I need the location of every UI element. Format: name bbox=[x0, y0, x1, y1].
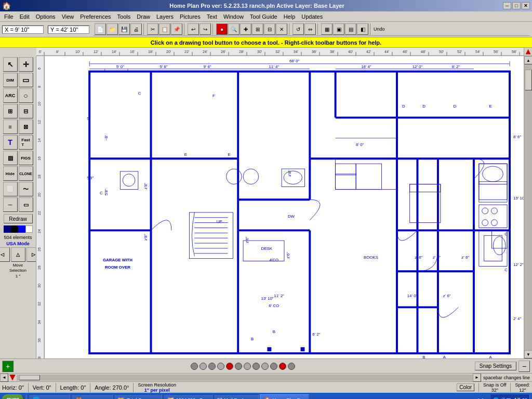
mirror-button[interactable]: ⇔ bbox=[304, 23, 316, 35]
new-button[interactable]: 📄 bbox=[95, 23, 106, 35]
layer-dot-1[interactable] bbox=[191, 363, 198, 370]
menu-tools[interactable]: Tools bbox=[114, 12, 134, 21]
hatch-tool[interactable]: ▨ bbox=[3, 151, 18, 165]
scroll-track-h[interactable] bbox=[17, 375, 473, 381]
menu-toolguide[interactable]: Tool Guide bbox=[247, 12, 281, 21]
menu-pictures[interactable]: Pictures bbox=[177, 12, 204, 21]
layer-dot-12[interactable] bbox=[288, 363, 295, 370]
paste-button[interactable]: 📌 bbox=[171, 23, 182, 35]
add-layer-button[interactable]: + bbox=[2, 361, 14, 372]
symbol-tool[interactable]: FIGS bbox=[19, 151, 33, 165]
layer-dot-5[interactable] bbox=[226, 363, 233, 370]
color-blue[interactable] bbox=[18, 225, 25, 233]
taskbar-totalcmd[interactable]: 📂 Total Comma... bbox=[114, 394, 162, 399]
rotate-button[interactable]: ↺ bbox=[292, 23, 304, 35]
open-button[interactable]: 📁 bbox=[107, 23, 118, 35]
color-white[interactable] bbox=[25, 225, 33, 233]
scroll-thumb-h[interactable] bbox=[19, 375, 40, 380]
cross-tool[interactable]: ✛ bbox=[19, 57, 33, 72]
select-button[interactable]: ⊞ bbox=[252, 23, 263, 35]
color-navy[interactable] bbox=[4, 225, 11, 233]
redraw-button[interactable]: Redraw bbox=[4, 214, 33, 223]
remove-layer-button[interactable]: − bbox=[518, 361, 530, 372]
cut-button[interactable]: ✂ bbox=[147, 23, 158, 35]
layer-dot-9[interactable] bbox=[261, 363, 269, 370]
hide-tool[interactable]: Hide bbox=[3, 166, 18, 181]
move-button[interactable]: ⊟ bbox=[264, 23, 275, 35]
move-left[interactable]: ◁ bbox=[0, 247, 10, 262]
window-tool[interactable]: ⊠ bbox=[19, 119, 33, 134]
tb2[interactable]: ▣ bbox=[333, 23, 344, 35]
undo-button[interactable]: ↩ bbox=[188, 23, 199, 35]
tb3[interactable]: ▤ bbox=[345, 23, 356, 35]
layer-dot-3[interactable] bbox=[208, 363, 216, 370]
layer-dot-10[interactable] bbox=[270, 363, 277, 370]
minimize-button[interactable]: ─ bbox=[503, 2, 511, 9]
print-button[interactable]: 🖨 bbox=[130, 23, 142, 35]
color-button[interactable]: Color bbox=[457, 383, 474, 391]
layer-dot-11[interactable] bbox=[279, 363, 286, 370]
pan-button[interactable]: ✚ bbox=[240, 23, 251, 35]
text-tool[interactable]: T bbox=[3, 135, 18, 150]
circle-tool[interactable]: ○ bbox=[19, 88, 33, 103]
menu-view[interactable]: View bbox=[59, 12, 77, 21]
scroll-track-v[interactable] bbox=[524, 64, 532, 350]
door-tool[interactable]: ⊟ bbox=[19, 104, 33, 118]
menu-options[interactable]: Options bbox=[33, 12, 59, 21]
zoom-in-button[interactable]: ● bbox=[216, 23, 228, 35]
menu-text[interactable]: Text bbox=[204, 12, 220, 21]
start-button[interactable]: пуск bbox=[2, 394, 24, 399]
line-tool[interactable]: ─ bbox=[3, 197, 18, 212]
clone-tool[interactable]: CLONE bbox=[19, 166, 33, 181]
v-scrollbar[interactable]: ▲ ▼ bbox=[524, 56, 532, 358]
dim-tool[interactable]: DIM bbox=[3, 73, 18, 87]
color-black[interactable] bbox=[11, 225, 18, 233]
rect-tool[interactable]: ▭ bbox=[19, 73, 33, 87]
taskbar-firefox[interactable]: 🦊 bbox=[71, 394, 113, 399]
menu-help[interactable]: Help bbox=[281, 12, 299, 21]
scroll-thumb-v[interactable] bbox=[525, 70, 532, 90]
close-button[interactable]: ✕ bbox=[522, 2, 530, 9]
maximize-button[interactable]: □ bbox=[512, 2, 521, 9]
layer-dot-8[interactable] bbox=[252, 363, 260, 370]
move-up[interactable]: △ bbox=[11, 247, 25, 262]
tb1[interactable]: ▦ bbox=[321, 23, 332, 35]
menu-edit[interactable]: Edit bbox=[17, 12, 33, 21]
scroll-right-button[interactable]: ► bbox=[473, 374, 481, 382]
save-button[interactable]: 💾 bbox=[118, 23, 130, 35]
layer-dot-6[interactable] bbox=[235, 363, 242, 370]
snap-settings-button[interactable]: Snap Settings bbox=[475, 362, 516, 370]
nav-right[interactable]: ► bbox=[481, 396, 487, 399]
scroll-left-button[interactable]: ◄ bbox=[0, 374, 8, 382]
redo-button[interactable]: ↪ bbox=[200, 23, 211, 35]
wave-tool[interactable]: 〜 bbox=[19, 182, 33, 196]
stair-tool[interactable]: ≡ bbox=[3, 119, 18, 134]
menu-file[interactable]: File bbox=[1, 12, 17, 21]
scroll-down-button[interactable]: ▼ bbox=[524, 350, 532, 358]
copy-button[interactable]: 📋 bbox=[159, 23, 170, 35]
taskbar-folder[interactable]: 📁 1024:609 - Fo... bbox=[163, 394, 213, 399]
layer-dot-2[interactable] bbox=[200, 363, 207, 370]
arrow-tool[interactable]: ↖ bbox=[3, 57, 18, 72]
taskbar-mail[interactable]: ✉ Mail.Ru Аген... bbox=[214, 394, 259, 399]
tb4[interactable]: ◧ bbox=[357, 23, 368, 35]
poly-tool[interactable]: ▭ bbox=[19, 197, 33, 212]
canvas-area[interactable]: .bp { stroke: #0000cc; stroke-width: 1.5… bbox=[45, 56, 524, 358]
menu-draw[interactable]: Draw bbox=[134, 12, 153, 21]
eraser-tool[interactable]: ⬜ bbox=[3, 182, 18, 196]
scroll-up-button[interactable]: ▲ bbox=[524, 56, 532, 64]
nav-left[interactable]: ◄ bbox=[474, 396, 480, 399]
wall-tool[interactable]: ⊞ bbox=[3, 104, 18, 118]
menu-preferences[interactable]: Preferences bbox=[77, 12, 114, 21]
arc-tool[interactable]: ARC bbox=[3, 88, 18, 103]
taskbar-ie[interactable]: 🌐 bbox=[29, 394, 70, 399]
delete-button[interactable]: ✕ bbox=[276, 23, 287, 35]
layer-dot-4[interactable] bbox=[217, 363, 224, 370]
fasttext-tool[interactable]: FastT bbox=[19, 135, 33, 150]
menu-updates[interactable]: Updates bbox=[298, 12, 326, 21]
zoom-out-button[interactable]: 🔍 bbox=[228, 23, 240, 35]
layer-dot-7[interactable] bbox=[244, 363, 251, 370]
menu-layers[interactable]: Layers bbox=[153, 12, 177, 21]
menu-window[interactable]: Window bbox=[220, 12, 247, 21]
taskbar-homeplan[interactable]: 🏠 Home Plan Pr... bbox=[260, 394, 309, 399]
